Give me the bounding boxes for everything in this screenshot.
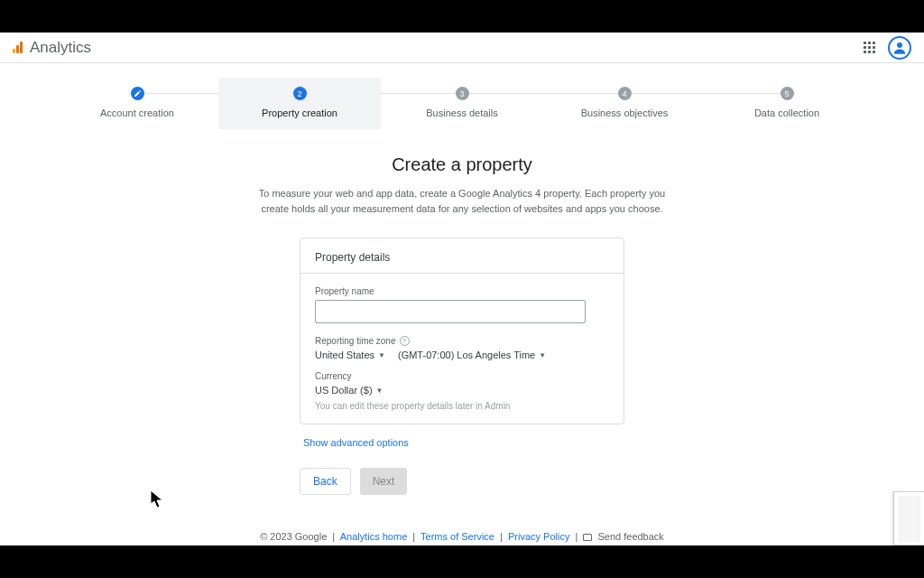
currency-dropdown[interactable]: US Dollar ($)▼ <box>315 385 609 396</box>
terms-link[interactable]: Terms of Service <box>420 531 494 542</box>
apps-icon[interactable] <box>864 42 875 53</box>
next-button[interactable]: Next <box>360 468 408 495</box>
step-label: Business details <box>426 107 498 118</box>
property-name-input[interactable] <box>315 300 586 323</box>
card-header: Property details <box>300 238 624 274</box>
svg-point-0 <box>897 42 902 48</box>
timezone-dropdown[interactable]: (GMT-07:00) Los Angeles Time▼ <box>398 350 546 360</box>
property-details-card: Property details Property name Reporting… <box>300 238 624 424</box>
show-advanced-link[interactable]: Show advanced options <box>300 437 624 448</box>
chevron-down-icon: ▼ <box>378 351 385 359</box>
step-property-creation[interactable]: 2 Property creation <box>218 78 381 129</box>
footer: © 2023 Google | Analytics home | Terms o… <box>0 531 924 542</box>
hint-text: You can edit these property details late… <box>315 401 609 411</box>
feedback-icon <box>583 534 592 541</box>
stepper: Account creation 2 Property creation 3 B… <box>0 63 924 129</box>
analytics-logo-icon <box>13 42 23 53</box>
step-business-objectives[interactable]: 4 Business objectives <box>543 87 706 118</box>
currency-label: Currency <box>315 371 609 381</box>
step-label: Property creation <box>262 107 337 118</box>
analytics-home-link[interactable]: Analytics home <box>340 531 408 542</box>
step-account-creation[interactable]: Account creation <box>56 87 218 118</box>
help-icon[interactable]: ? <box>400 336 410 346</box>
step-label: Data collection <box>754 107 819 118</box>
timezone-label: Reporting time zone ? <box>315 336 609 346</box>
page-subtitle: To measure your web and app data, create… <box>250 186 674 216</box>
step-label: Account creation <box>100 107 174 118</box>
copyright: © 2023 Google <box>260 531 327 542</box>
chevron-down-icon: ▼ <box>539 351 546 359</box>
video-thumbnail[interactable] <box>893 491 924 545</box>
back-button[interactable]: Back <box>300 468 351 495</box>
privacy-link[interactable]: Privacy Policy <box>508 531 569 542</box>
brand-name: Analytics <box>30 39 91 57</box>
pencil-icon <box>134 89 142 98</box>
avatar[interactable] <box>888 36 911 60</box>
app-header: Analytics <box>0 33 924 63</box>
send-feedback-link[interactable]: Send feedback <box>597 531 663 542</box>
property-name-label: Property name <box>315 286 609 296</box>
page-title: Create a property <box>0 154 924 175</box>
step-data-collection[interactable]: 5 Data collection <box>706 87 868 118</box>
step-business-details[interactable]: 3 Business details <box>381 87 543 118</box>
step-label: Business objectives <box>581 107 669 118</box>
chevron-down-icon: ▼ <box>376 387 383 395</box>
country-dropdown[interactable]: United States▼ <box>315 350 385 360</box>
